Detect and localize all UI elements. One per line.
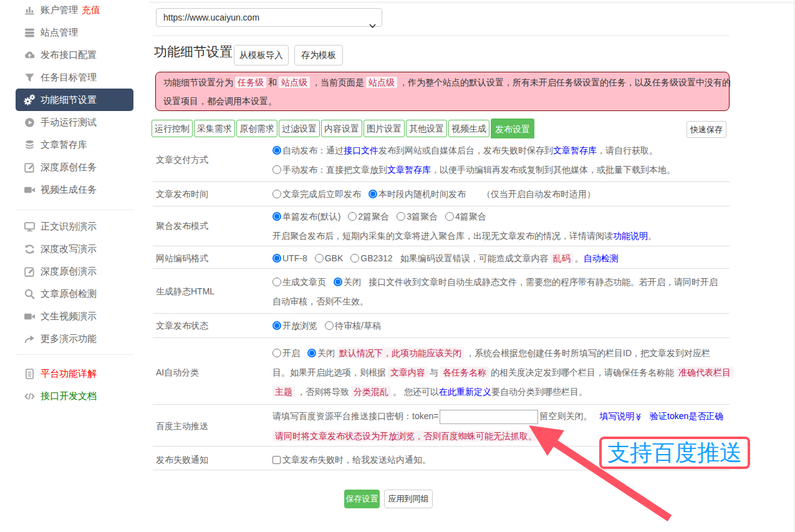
sidebar-item-label: 任务目标管理 — [41, 72, 97, 84]
radio-2-aggregate[interactable] — [348, 212, 357, 221]
sidebar-item-label: 深度改写演示 — [41, 243, 97, 255]
play-circle-icon — [23, 116, 36, 128]
radio-4-aggregate[interactable] — [445, 212, 454, 221]
sidebar-item-1[interactable]: 账户管理充值 — [16, 0, 133, 21]
radio-ai-on[interactable] — [272, 349, 281, 357]
sidebar-item-label: 手动运行测试 — [41, 117, 97, 128]
sidebar-item-13[interactable]: 文章原创检测 — [16, 283, 133, 305]
sidebar-item-6[interactable]: 手动运行测试 — [16, 111, 133, 133]
sidebar-item-label: 文章原创检测 — [41, 288, 97, 300]
row-delivery-mode: 文章交付方式 自动发布：通过接口文件发布到网站或自媒体后台，发布失败时保存到文章… — [153, 138, 730, 182]
sidebar-item-11[interactable]: 深度改写演示 — [16, 238, 133, 260]
import-from-template-button[interactable]: 从模板导入 — [234, 45, 289, 65]
row-label: 百度主动推送 — [153, 407, 272, 446]
tag-default-closed: 默认情况下，此项功能应该关闭 — [337, 347, 464, 359]
link-article-buffer-2[interactable]: 文章暂存库 — [387, 165, 431, 175]
tab-3[interactable]: 原创需求 — [236, 120, 277, 137]
sidebar-item-label: 文章暂存库 — [41, 139, 87, 151]
link-fill-instructions[interactable]: 填写说明≫ — [599, 411, 642, 421]
refresh-icon — [23, 243, 36, 255]
document-icon — [23, 367, 36, 380]
link-redefine[interactable]: 在此重新定义 — [439, 387, 491, 397]
sidebar-item-10[interactable]: 正文识别演示 — [16, 215, 133, 238]
sidebar-item-16[interactable]: 平台功能详解 — [16, 362, 133, 385]
link-auto-detect[interactable]: 自动检测 — [584, 253, 619, 263]
radio-gb2312[interactable] — [350, 254, 359, 263]
radio-open-browse[interactable] — [272, 321, 281, 330]
edit-icon — [23, 265, 36, 278]
edit-icon — [23, 161, 36, 173]
row-publish-status: 文章发布状态 开放浏览待审核/草稿 — [153, 314, 730, 338]
recharge-link[interactable]: 充值 — [82, 4, 100, 16]
tab-4[interactable]: 过滤设置 — [279, 120, 320, 137]
radio-pending-review[interactable] — [325, 321, 334, 330]
tab-7[interactable]: 其他设置 — [406, 120, 447, 137]
row-encoding: 网站编码格式 UTF-8GBKGB2312如果编码设置错误，可能造成文章内容乱码… — [153, 246, 730, 269]
sidebar-item-7[interactable]: 文章暂存库 — [16, 133, 133, 156]
video-camera-icon — [23, 310, 36, 322]
tab-bar: 运行控制采集需求原创需求过滤设置内容设置图片设置其他设置视频生成发布设置 — [152, 120, 536, 138]
sidebar-item-3[interactable]: 发布接口配置 — [16, 44, 133, 66]
tag-task-level: 任务级 — [235, 77, 266, 88]
link-interface-file[interactable]: 接口文件 — [344, 145, 378, 155]
tab-2[interactable]: 采集需求 — [194, 120, 235, 137]
apply-to-group-button[interactable]: 应用到同组 — [384, 490, 433, 508]
tag-site-level-2: 站点级 — [366, 77, 397, 88]
radio-static-off[interactable] — [334, 278, 342, 286]
radio-gbk[interactable] — [315, 254, 324, 263]
sidebar-item-5[interactable]: 功能细节设置 — [16, 89, 133, 111]
token-input[interactable] — [440, 410, 538, 424]
link-verify-token[interactable]: 验证token是否正确 — [650, 411, 723, 421]
alert-line1: 功能细节设置分为任务级和站点级，当前页面是站点级，作为整个站点的默认设置，所有未… — [163, 73, 721, 92]
sidebar-item-9[interactable]: 视频生成任务 — [16, 178, 133, 201]
radio-auto-publish[interactable] — [272, 146, 281, 155]
tab-6[interactable]: 图片设置 — [364, 120, 405, 137]
database-icon — [23, 138, 36, 151]
save-as-template-button[interactable]: 存为模板 — [294, 45, 343, 65]
tab-5[interactable]: 内容设置 — [321, 120, 362, 137]
window-right-border — [794, 0, 794, 532]
radio-ai-off[interactable] — [307, 349, 316, 357]
tab-9[interactable]: 发布设置 — [491, 118, 534, 138]
sidebar-item-15[interactable]: 更多演示功能 — [16, 327, 133, 350]
tag-garbled: 乱码 — [551, 253, 573, 264]
quick-save-button[interactable]: 快速保存 — [687, 121, 726, 138]
alert-banner: 功能细节设置分为任务级和站点级，当前页面是站点级，作为整个站点的默认设置，所有未… — [155, 72, 730, 111]
sidebar-item-17[interactable]: 接口开发文档 — [16, 385, 133, 407]
tab-1[interactable]: 运行控制 — [152, 120, 193, 137]
save-settings-button[interactable]: 保存设置 — [344, 490, 380, 508]
sidebar-item-label: 功能细节设置 — [41, 94, 97, 106]
radio-publish-random[interactable] — [369, 190, 377, 198]
sidebar: 账户管理充值站点管理发布接口配置任务目标管理功能细节设置手动运行测试文章暂存库深… — [0, 0, 150, 532]
sidebar-item-label: 视频生成任务 — [41, 184, 97, 196]
site-select[interactable]: https://www.ucaiyun.com — [156, 8, 382, 27]
gears-icon — [23, 94, 36, 106]
settings-table: 文章交付方式 自动发布：通过接口文件发布到网站或自媒体后台，发布失败时保存到文章… — [153, 138, 730, 470]
radio-single-publish[interactable] — [272, 212, 281, 221]
row-publish-time: 文章发布时间 文章完成后立即发布本时段内随机时间发布（仅当开启自动发布时适用） — [153, 182, 730, 206]
radio-manual-publish[interactable] — [272, 165, 281, 174]
sidebar-item-4[interactable]: 任务目标管理 — [16, 66, 133, 89]
link-feature-description[interactable]: 功能说明 — [613, 231, 648, 241]
radio-generate-article-page[interactable] — [272, 278, 281, 286]
row-label: 聚合发布模式 — [153, 207, 272, 246]
top-divider — [153, 36, 730, 36]
sidebar-item-12[interactable]: 深度原创演示 — [16, 260, 133, 283]
sidebar-item-8[interactable]: 深度原创任务 — [16, 156, 133, 178]
link-article-buffer[interactable]: 文章暂存库 — [553, 145, 597, 155]
row-aggregate-mode: 聚合发布模式 单篇发布(默认)2篇聚合3篇聚合4篇聚合 开启聚合发布后，短期内采… — [153, 206, 730, 246]
tab-8[interactable]: 视频生成 — [448, 120, 489, 137]
row-label: AI自动分类 — [153, 344, 272, 402]
sidebar-item-label: 发布接口配置 — [41, 49, 97, 61]
sidebar-item-label: 站点管理 — [41, 27, 78, 39]
sidebar-item-label: 账户管理 — [41, 4, 78, 16]
row-label: 网站编码格式 — [153, 249, 272, 268]
checkbox-failure-notice[interactable] — [272, 456, 281, 464]
sidebar-item-2[interactable]: 站点管理 — [16, 21, 133, 44]
sidebar-item-label: 文生视频演示 — [41, 311, 97, 322]
row-label: 发布失败通知 — [153, 450, 272, 470]
radio-utf8[interactable] — [272, 254, 281, 263]
sidebar-item-14[interactable]: 文生视频演示 — [16, 305, 133, 327]
radio-3-aggregate[interactable] — [397, 212, 405, 221]
radio-publish-immediately[interactable] — [272, 190, 281, 198]
